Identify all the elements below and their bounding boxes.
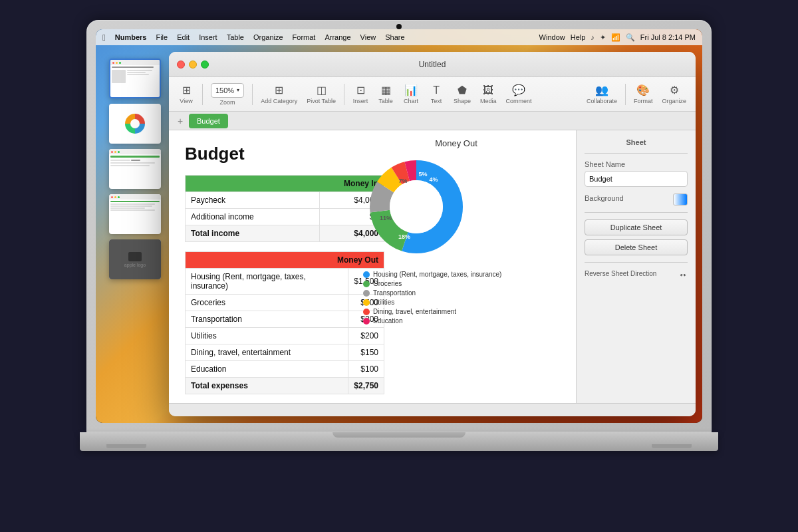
music-icon[interactable]: ♪ [591, 33, 595, 41]
dining-row[interactable]: Dining, travel, entertainment $150 [186, 344, 384, 361]
insert-label: Insert [353, 98, 368, 104]
background-color-swatch[interactable] [673, 194, 688, 205]
housing-row[interactable]: Housing (Rent, mortgage, taxes, insuranc… [186, 269, 384, 295]
education-row[interactable]: Education $100 [186, 361, 384, 378]
desktop-content: apple logo [96, 45, 702, 423]
money-out-header: Money Out [186, 252, 384, 269]
toolbar-collaborate[interactable]: 👥 Collaborate [583, 81, 621, 107]
total-expenses-value: $2,750 [348, 378, 384, 394]
toolbar-divider-2 [252, 84, 253, 105]
title-bar: Untitled [169, 52, 696, 77]
panel-divider-3 [585, 262, 688, 263]
spreadsheet-area[interactable]: Budget Money In Paycheck $4,000 [169, 130, 576, 403]
legend-label-transportation: Transportation [373, 289, 416, 297]
paycheck-label: Paycheck [186, 192, 320, 209]
toolbar-organize[interactable]: ⚙ Organize [658, 81, 690, 107]
toolbar-text[interactable]: T Text [424, 82, 448, 107]
menubar-arrange[interactable]: Arrange [325, 33, 350, 41]
reverse-direction-icon[interactable]: ↔ [678, 269, 688, 280]
bottom-bar [169, 403, 696, 416]
thumbnail-card-5[interactable]: apple logo [109, 239, 161, 279]
toolbar-shape[interactable]: ⬟ Shape [450, 81, 475, 107]
additional-income-row[interactable]: Additional income $0 [186, 209, 384, 225]
sheet-tab-budget[interactable]: Budget [189, 114, 228, 128]
menubar-left:  Numbers File Edit Insert Table Organiz… [102, 33, 405, 43]
menubar-table[interactable]: Table [227, 33, 244, 41]
chart-title: Money Out [363, 138, 549, 148]
thumbnail-card-4[interactable] [109, 194, 161, 234]
format-icon: 🎨 [636, 84, 650, 96]
thumbnail-card-2[interactable] [109, 104, 161, 144]
toolbar-format[interactable]: 🎨 Format [630, 81, 657, 107]
thumbnail-card-1[interactable] [109, 59, 161, 98]
duplicate-sheet-button[interactable]: Duplicate Sheet [585, 219, 688, 235]
menubar-window[interactable]: Window [539, 33, 565, 41]
bluetooth-icon[interactable]: ✦ [600, 33, 606, 42]
collaborate-label: Collaborate [587, 98, 617, 104]
macbook-feet [106, 444, 692, 448]
view-icon: ⊞ [182, 84, 191, 96]
close-button[interactable] [177, 61, 185, 68]
toolbar-view[interactable]: ⊞ View [174, 81, 198, 107]
menubar-format[interactable]: Format [293, 33, 316, 41]
minimize-button[interactable] [189, 61, 197, 68]
toolbar-pivot-table[interactable]: ◫ Pivot Table [303, 81, 340, 107]
menubar-app-name[interactable]: Numbers [115, 33, 147, 41]
reverse-direction-label: Reverse Sheet Direction [585, 270, 656, 277]
menubar-insert[interactable]: Insert [199, 33, 217, 41]
toolbar-comment[interactable]: 💬 Comment [502, 81, 536, 107]
delete-sheet-button[interactable]: Delete Sheet [585, 239, 688, 255]
toolbar-right: 👥 Collaborate 🎨 Format ⚙ [583, 81, 690, 107]
menubar-help[interactable]: Help [571, 33, 586, 41]
comment-label: Comment [506, 98, 532, 104]
total-expenses-label: Total expenses [186, 378, 348, 394]
utilities-row[interactable]: Utilities $200 [186, 328, 384, 344]
add-sheet-button[interactable]: + [174, 115, 186, 127]
legend-label-housing: Housing (Rent, mortgage, taxes, insuranc… [373, 271, 501, 278]
insert-icon: ⊡ [356, 84, 365, 96]
svg-text:11%: 11% [380, 215, 392, 221]
menubar-view[interactable]: View [360, 33, 376, 41]
apple-menu[interactable]:  [102, 33, 106, 43]
table-icon: ▦ [381, 84, 391, 96]
toolbar-media[interactable]: 🖼 Media [476, 82, 501, 107]
menubar-file[interactable]: File [156, 33, 168, 41]
menubar-share[interactable]: Share [385, 33, 404, 41]
toolbar-add-category[interactable]: ⊞ Add Category [257, 81, 301, 107]
total-expenses-row[interactable]: Total expenses $2,750 [186, 378, 384, 394]
toolbar-insert[interactable]: ⊡ Insert [348, 81, 372, 107]
sheet-name-input[interactable] [585, 171, 688, 187]
menubar-right: Window Help ♪ ✦ 📶 🔍 Fri Jul 8 2:14 PM [539, 29, 696, 45]
shape-label: Shape [454, 98, 471, 104]
wifi-icon[interactable]: 📶 [611, 33, 620, 42]
money-out-table: Money Out Housing (Rent, mortgage, taxes… [185, 251, 384, 394]
legend-dining: Dining, travel, entertainment [363, 308, 549, 315]
zoom-control[interactable]: 150% ▾ [211, 83, 244, 98]
paycheck-row[interactable]: Paycheck $4,000 [186, 192, 384, 209]
groceries-row[interactable]: Groceries $500 [186, 295, 384, 311]
transportation-row[interactable]: Transportation $300 [186, 311, 384, 328]
legend-dot-housing [363, 271, 370, 278]
thumbnail-card-3[interactable] [109, 149, 161, 189]
legend-utilities: Utilities [363, 299, 549, 306]
legend-transportation: Transportation [363, 289, 549, 297]
groceries-label: Groceries [186, 295, 348, 311]
toolbar-table[interactable]: ▦ Table [374, 81, 398, 107]
organize-icon: ⚙ [670, 84, 679, 96]
legend-dot-education [363, 318, 370, 325]
legend-label-groceries: Groceries [373, 280, 402, 287]
panel-divider-1 [585, 153, 688, 154]
maximize-button[interactable] [201, 61, 209, 68]
macbook-foot-left [106, 444, 146, 448]
menubar-organize[interactable]: Organize [253, 33, 283, 41]
macbook:  Numbers File Edit Insert Table Organiz… [73, 20, 725, 512]
search-icon[interactable]: 🔍 [626, 33, 635, 42]
toolbar-chart[interactable]: 📊 Chart [399, 81, 423, 107]
total-income-label: Total income [186, 225, 320, 242]
total-income-row[interactable]: Total income $4,000 [186, 225, 384, 242]
toolbar-zoom-group[interactable]: 150% ▾ Zoom [207, 80, 248, 108]
toolbar-divider-1 [202, 84, 203, 105]
view-label: View [180, 98, 192, 104]
menubar-edit[interactable]: Edit [177, 33, 190, 41]
svg-text:18%: 18% [398, 233, 410, 240]
